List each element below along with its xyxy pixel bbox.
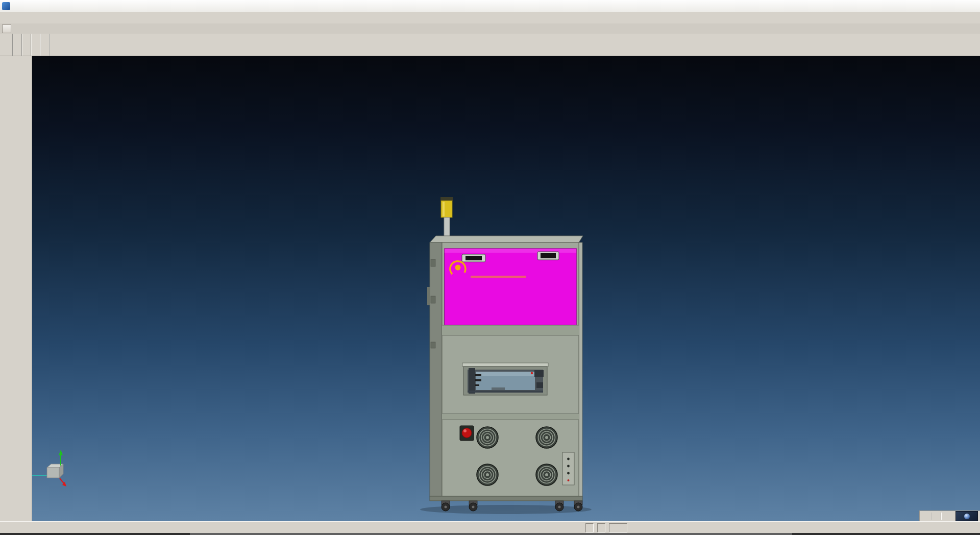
caster-wheel <box>574 501 582 511</box>
side-control-panel <box>562 452 574 485</box>
viewport-canvas[interactable] <box>32 56 980 521</box>
fan-grille <box>536 464 557 485</box>
units-readout <box>597 523 605 532</box>
door-handle <box>537 252 559 260</box>
fan-grille <box>477 427 498 448</box>
caster-wheel <box>442 501 450 511</box>
ribbon-tabbar <box>0 23 980 34</box>
coordinates-readout <box>609 523 627 532</box>
main-toolbar <box>0 34 980 56</box>
taskbar-edge <box>0 533 980 535</box>
fixture-slot <box>462 363 548 395</box>
sphere-icon <box>964 514 970 519</box>
visi-application-window <box>0 0 980 535</box>
fan-grille <box>477 464 498 485</box>
fan-grille <box>536 427 557 448</box>
statusbar-spacer <box>0 527 576 528</box>
taskbar-edge-segment <box>190 533 792 535</box>
cabinet-base <box>430 496 582 501</box>
toolbar-group-workplane <box>40 34 49 56</box>
menubar <box>0 12 980 24</box>
toolbar-group-image-advanced <box>21 34 31 56</box>
cabinet-band <box>442 325 579 335</box>
caster-wheel <box>555 501 564 511</box>
app-icon[interactable] <box>2 2 10 10</box>
cabinet-left-side <box>427 242 442 496</box>
render-preview-box[interactable] <box>955 511 978 521</box>
caster-wheel <box>469 501 477 511</box>
toolbar-group-properties-filter <box>4 34 12 56</box>
left-tool-dock <box>0 56 32 521</box>
toolbar-group-view <box>31 34 40 56</box>
cabinet-top-face <box>430 236 583 242</box>
axis-triad <box>32 450 66 487</box>
machine-cabinet <box>427 236 583 511</box>
logo-subtext <box>471 276 526 278</box>
separator <box>941 513 941 520</box>
titlebar <box>0 0 980 13</box>
toolbar-group-system <box>49 34 58 56</box>
statusbar <box>0 521 980 533</box>
scale-readout <box>585 523 594 532</box>
separator <box>931 513 932 520</box>
toolbar-group-graphics <box>12 34 21 56</box>
emergency-stop-button <box>460 426 474 441</box>
view-status-overlay <box>919 510 980 521</box>
workspace <box>0 56 980 521</box>
signal-tower <box>440 197 453 240</box>
door-handle <box>462 254 485 262</box>
model-render <box>32 56 980 521</box>
cabinet-band <box>442 414 579 420</box>
cabinet-right-edge <box>579 242 582 496</box>
tab-dropdown-icon[interactable] <box>2 25 11 33</box>
magenta-door-panel <box>445 249 576 325</box>
